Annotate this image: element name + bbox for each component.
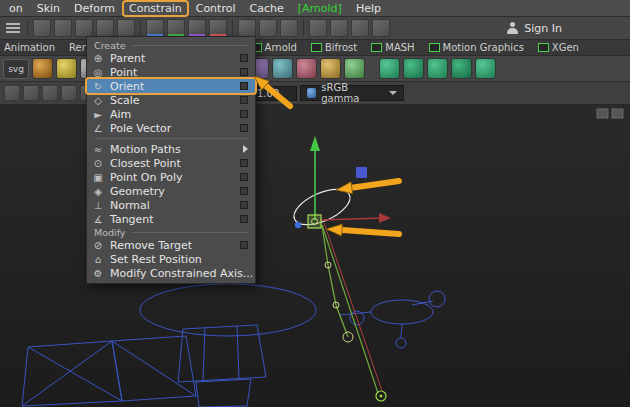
- menu-control[interactable]: Control: [189, 1, 243, 16]
- snap-grid-icon[interactable]: [146, 19, 164, 37]
- option-box[interactable]: [240, 96, 248, 104]
- select-tool-icon[interactable]: [33, 19, 51, 37]
- gamma-field[interactable]: 1.00: [251, 86, 297, 101]
- ik-icon[interactable]: [259, 19, 277, 37]
- option-box[interactable]: [240, 215, 248, 223]
- option-box[interactable]: [240, 110, 248, 118]
- shelf-icon[interactable]: [296, 58, 317, 79]
- launch-render-view-icon[interactable]: [372, 19, 390, 37]
- view-transform-dropdown[interactable]: sRGB gamma: [300, 85, 404, 101]
- plane-handle[interactable]: [356, 167, 367, 178]
- transform-manipulator[interactable]: [289, 136, 391, 232]
- shelf-icon[interactable]: [32, 58, 53, 79]
- option-box[interactable]: [240, 241, 248, 249]
- snap-curve-icon[interactable]: [167, 19, 185, 37]
- option-box[interactable]: [240, 54, 248, 62]
- shelf-icon[interactable]: [379, 58, 400, 79]
- menu-item-parent[interactable]: ⊕ Parent: [87, 51, 255, 65]
- z-axis-handle[interactable]: [295, 222, 301, 228]
- menu-arnold[interactable]: [Arnold]: [291, 1, 349, 16]
- x-axis-arrow[interactable]: [379, 213, 391, 223]
- snap-plane-icon[interactable]: [209, 19, 227, 37]
- menu-cache[interactable]: Cache: [242, 1, 290, 16]
- render-icon[interactable]: [309, 19, 327, 37]
- menu-skeleton-truncated[interactable]: on: [2, 1, 30, 16]
- option-box[interactable]: [240, 124, 248, 132]
- menu-item-point-on-poly[interactable]: ▣ Point On Poly: [87, 170, 255, 184]
- option-box[interactable]: [240, 187, 248, 195]
- menu-deform[interactable]: Deform: [67, 1, 122, 16]
- snap-point-icon[interactable]: [188, 19, 206, 37]
- wireframe-toggle-icon[interactable]: [42, 85, 58, 101]
- y-axis-arrow[interactable]: [310, 136, 320, 151]
- menu-help[interactable]: Help: [349, 1, 388, 16]
- shaded-toggle-icon[interactable]: [61, 85, 77, 101]
- tab-icon: [538, 43, 549, 52]
- history-icon[interactable]: [238, 19, 256, 37]
- shelf-icon[interactable]: [272, 58, 293, 79]
- option-box[interactable]: [240, 68, 248, 76]
- construction-icon[interactable]: [280, 19, 298, 37]
- sign-in-button[interactable]: Sign In: [506, 22, 562, 35]
- center-handle[interactable]: [308, 215, 321, 228]
- shelf-icon[interactable]: [56, 58, 77, 79]
- menu-separator: [94, 138, 248, 139]
- shelf-icon[interactable]: [475, 58, 496, 79]
- modify-constrained-axis-icon: ⚙: [91, 268, 105, 279]
- shelf-icon[interactable]: [451, 58, 472, 79]
- option-box[interactable]: [240, 82, 248, 90]
- menu-item-motion-paths[interactable]: ≈ Motion Paths: [87, 142, 255, 156]
- paint-select-icon[interactable]: [75, 19, 93, 37]
- shelf-icon[interactable]: [427, 58, 448, 79]
- option-box[interactable]: [240, 201, 248, 209]
- constrain-dropdown-menu: Create ⊕ Parent ◎ Point ↻ Orient ◇ Scale…: [86, 36, 256, 284]
- render-settings-icon[interactable]: [351, 19, 369, 37]
- shelf-icon[interactable]: [403, 58, 424, 79]
- menu-skin[interactable]: Skin: [30, 1, 67, 16]
- tab-motion-graphics[interactable]: Motion Graphics: [429, 42, 524, 53]
- tab-bifrost[interactable]: Bifrost: [311, 42, 357, 53]
- menu-constrain[interactable]: Constrain: [122, 0, 189, 17]
- shelf-icon[interactable]: [320, 58, 341, 79]
- tab-icon: [311, 43, 322, 52]
- user-icon: [506, 22, 519, 35]
- menu-item-pole-vector[interactable]: ∠ Pole Vector: [87, 121, 255, 135]
- tab-xgen[interactable]: XGen: [538, 42, 579, 53]
- svg-shelf-button[interactable]: svg: [3, 59, 29, 79]
- menu-item-normal[interactable]: ⊥ Normal: [87, 198, 255, 212]
- menu-item-scale[interactable]: ◇ Scale: [87, 93, 255, 107]
- menu-item-remove-target[interactable]: ⊘ Remove Target: [87, 238, 255, 252]
- tab-mash[interactable]: MASH: [371, 42, 414, 53]
- option-box[interactable]: [240, 159, 248, 167]
- option-box[interactable]: [240, 173, 248, 181]
- move-tool-icon[interactable]: [96, 19, 114, 37]
- menu-item-modify-constrained-axis[interactable]: ⚙ Modify Constrained Axis...: [87, 266, 255, 280]
- menu-item-closest-point[interactable]: ⊙ Closest Point: [87, 156, 255, 170]
- snap-toggle-icon[interactable]: [23, 85, 39, 101]
- tangent-constraint-icon: ∡: [91, 214, 105, 225]
- tab-icon: [371, 43, 382, 52]
- rotate-tool-icon[interactable]: [117, 19, 135, 37]
- menu-item-point[interactable]: ◎ Point: [87, 65, 255, 79]
- color-management-icon: [307, 88, 316, 98]
- menu-toggle-icon[interactable]: [6, 21, 20, 35]
- menu-item-aim[interactable]: ► Aim: [87, 107, 255, 121]
- maya-window: on Skin Deform Constrain Control Cache […: [0, 0, 630, 407]
- tab-arnold[interactable]: Arnold: [251, 42, 297, 53]
- ipr-render-icon[interactable]: [330, 19, 348, 37]
- scale-constraint-icon: ◇: [91, 95, 105, 106]
- tab-animation[interactable]: Animation: [4, 42, 55, 53]
- chevron-down-icon: [389, 91, 397, 95]
- grid-toggle-icon[interactable]: [4, 85, 20, 101]
- orient-constraint-icon: ↻: [91, 81, 105, 92]
- menu-item-geometry[interactable]: ◈ Geometry: [87, 184, 255, 198]
- lasso-tool-icon[interactable]: [54, 19, 72, 37]
- menu-item-set-rest-position[interactable]: ⌂ Set Rest Position: [87, 252, 255, 266]
- menu-section-create: Create: [87, 39, 255, 51]
- motion-paths-icon: ≈: [91, 144, 105, 155]
- shelf-icon[interactable]: [344, 58, 365, 79]
- menu-item-tangent[interactable]: ∡ Tangent: [87, 212, 255, 226]
- menu-section-modify: Modify: [87, 226, 255, 238]
- viewport-corner-icons[interactable]: [597, 109, 623, 118]
- menu-item-orient[interactable]: ↻ Orient: [87, 79, 255, 93]
